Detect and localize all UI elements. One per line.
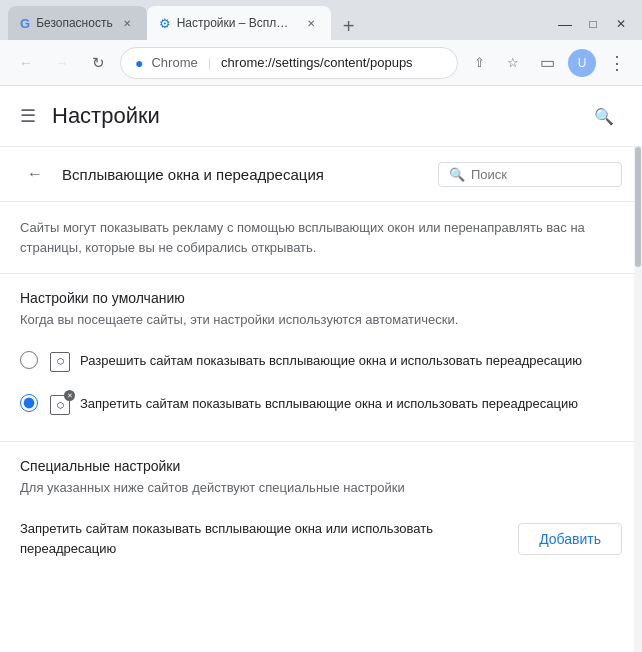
share-button[interactable]: ⇧ — [466, 50, 492, 76]
allow-radio-wrapper — [20, 349, 38, 369]
back-button[interactable]: ← — [20, 159, 50, 189]
allow-option-label: Разрешить сайтам показывать всплывающие … — [80, 351, 582, 371]
forward-nav-button[interactable]: → — [48, 49, 76, 77]
maximize-button[interactable]: □ — [580, 14, 606, 34]
minimize-button[interactable]: — — [552, 14, 578, 34]
default-settings-section: Настройки по умолчанию Когда вы посещает… — [0, 274, 642, 441]
block-option: ⬡ Запретить сайтам показывать всплывающи… — [20, 382, 622, 425]
tab-security-close[interactable]: ✕ — [119, 15, 135, 31]
content-search-input[interactable] — [471, 167, 611, 182]
content-search-icon: 🔍 — [449, 167, 465, 182]
chrome-label: Chrome — [151, 55, 197, 70]
tab-settings-label: Настройки – Всплые... — [177, 16, 297, 30]
allow-option: ⬡ Разрешить сайтам показывать всплывающи… — [20, 339, 622, 382]
block-option-label: Запретить сайтам показывать всплывающие … — [80, 394, 578, 414]
settings-header: ☰ Настройки 🔍 — [0, 86, 642, 147]
sub-page-title: Всплывающие окна и переадресация — [62, 166, 426, 183]
allow-radio[interactable] — [20, 351, 38, 369]
new-tab-button[interactable]: + — [335, 12, 363, 40]
block-radio-wrapper — [20, 392, 38, 412]
browser-frame: G Безопасность ✕ ⚙ Настройки – Всплые...… — [0, 0, 642, 652]
scrollbar-thumb[interactable] — [635, 147, 641, 267]
block-popup-icon: ⬡ — [50, 395, 70, 415]
back-nav-button[interactable]: ← — [12, 49, 40, 77]
special-settings-section: Специальные настройки Для указанных ниже… — [0, 442, 642, 582]
special-settings-title: Специальные настройки — [20, 458, 622, 474]
default-settings-title: Настройки по умолчанию — [20, 290, 622, 306]
google-icon: G — [20, 16, 30, 31]
address-bar: ← → ↻ ● Chrome | chrome://settings/conte… — [0, 40, 642, 86]
menu-button[interactable]: ⋮ — [604, 50, 630, 76]
tab-settings[interactable]: ⚙ Настройки – Всплые... ✕ — [147, 6, 331, 40]
hamburger-menu-icon[interactable]: ☰ — [20, 105, 36, 127]
add-button[interactable]: Добавить — [518, 523, 622, 555]
page-description: Сайты могут показывать рекламу с помощью… — [20, 218, 622, 257]
url-text: chrome://settings/content/popups — [221, 55, 443, 70]
settings-content: ← Всплывающие окна и переадресация 🔍 Сай… — [0, 147, 642, 652]
add-row-text: Запретить сайтам показывать всплывающие … — [20, 519, 498, 558]
close-button[interactable]: ✕ — [608, 14, 634, 34]
default-settings-subtitle: Когда вы посещаете сайты, эти настройки … — [20, 312, 622, 327]
profile-button[interactable]: U — [568, 49, 596, 77]
sub-page-header: ← Всплывающие окна и переадресация 🔍 — [0, 147, 642, 202]
bookmark-button[interactable]: ☆ — [500, 50, 526, 76]
content-search-box[interactable]: 🔍 — [438, 162, 622, 187]
special-settings-subtitle: Для указанных ниже сайтов действуют спец… — [20, 480, 622, 495]
tab-security-label: Безопасность — [36, 16, 113, 30]
header-search-button[interactable]: 🔍 — [586, 98, 622, 134]
tab-security[interactable]: G Безопасность ✕ — [8, 6, 147, 40]
settings-tab-icon: ⚙ — [159, 16, 171, 31]
tab-settings-close[interactable]: ✕ — [303, 15, 319, 31]
add-block-row: Запретить сайтам показывать всплывающие … — [20, 511, 622, 566]
reload-button[interactable]: ↻ — [84, 49, 112, 77]
block-radio[interactable] — [20, 394, 38, 412]
tab-search-button[interactable]: ▭ — [534, 50, 560, 76]
scrollbar-track[interactable] — [634, 147, 642, 652]
settings-page: ☰ Настройки 🔍 ← Всплывающие окна и переа… — [0, 86, 642, 652]
settings-title: Настройки — [52, 103, 570, 129]
description-section: Сайты могут показывать рекламу с помощью… — [0, 202, 642, 273]
url-bar[interactable]: ● Chrome | chrome://settings/content/pop… — [120, 47, 458, 79]
secure-scheme-icon: ● — [135, 55, 143, 71]
allow-popup-icon: ⬡ — [50, 352, 70, 372]
url-separator: | — [208, 55, 211, 70]
